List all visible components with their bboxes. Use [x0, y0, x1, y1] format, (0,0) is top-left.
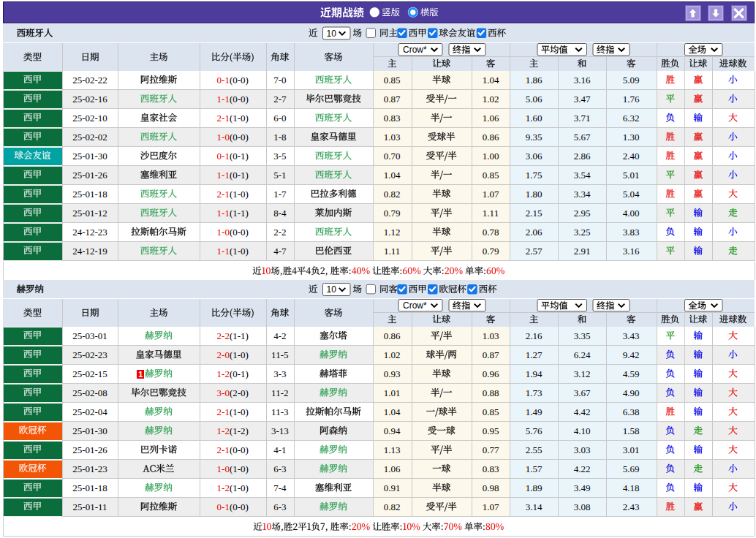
svg-text:(0-1): (0-1): [230, 170, 249, 181]
svg-text:2.86: 2.86: [574, 151, 591, 162]
svg-text:2.43: 2.43: [623, 501, 640, 512]
svg-text:25-02-16: 25-02-16: [72, 94, 107, 105]
svg-text:2.40: 2.40: [623, 151, 640, 162]
svg-text:1.00: 1.00: [483, 151, 499, 162]
svg-text:2.15: 2.15: [526, 208, 543, 219]
svg-text:4-1: 4-1: [273, 444, 286, 455]
svg-text:1.03: 1.03: [483, 330, 499, 341]
svg-text:0.85: 0.85: [483, 406, 499, 417]
svg-text:3.67: 3.67: [574, 387, 591, 398]
svg-text:1-2: 1-2: [217, 482, 230, 493]
svg-text:11-3: 11-3: [271, 406, 288, 417]
svg-text:6.24: 6.24: [574, 349, 591, 360]
svg-text:4.18: 4.18: [623, 482, 640, 493]
svg-text:3.14: 3.14: [526, 501, 543, 512]
svg-text:25-01-30: 25-01-30: [72, 151, 107, 162]
svg-text:(1-0): (1-0): [230, 463, 249, 474]
svg-text:0.93: 0.93: [384, 368, 401, 379]
svg-text:1.57: 1.57: [526, 463, 543, 474]
svg-text:(1-0): (1-0): [230, 406, 249, 417]
svg-text:0.79: 0.79: [384, 208, 401, 219]
svg-text:(0-0): (0-0): [230, 501, 249, 512]
svg-text:0-1: 0-1: [217, 75, 230, 86]
svg-text:24-12-23: 24-12-23: [72, 227, 107, 238]
svg-text:1.80: 1.80: [526, 189, 543, 200]
svg-text:9.42: 9.42: [623, 349, 640, 360]
svg-text:1.07: 1.07: [483, 189, 499, 200]
svg-text:3.25: 3.25: [574, 227, 591, 238]
svg-text:6.38: 6.38: [623, 406, 640, 417]
svg-text:25-02-15: 25-02-15: [72, 368, 107, 379]
svg-text:1.11: 1.11: [483, 208, 499, 219]
svg-text:1.75: 1.75: [526, 170, 543, 181]
svg-text:11-2: 11-2: [271, 387, 288, 398]
svg-text:0-1: 0-1: [217, 151, 230, 162]
svg-text:4-7: 4-7: [273, 246, 287, 257]
svg-text:0.96: 0.96: [483, 368, 499, 379]
svg-text:1.02: 1.02: [384, 349, 401, 360]
svg-text:0.86: 0.86: [384, 330, 401, 341]
svg-text:1.04: 1.04: [483, 75, 499, 86]
svg-text:3.34: 3.34: [574, 189, 591, 200]
svg-text:1.02: 1.02: [483, 94, 499, 105]
svg-text:(1-0): (1-0): [230, 482, 249, 493]
svg-text:2-2: 2-2: [217, 330, 230, 341]
svg-text:2.16: 2.16: [526, 330, 543, 341]
svg-text:2.91: 2.91: [574, 246, 591, 257]
svg-text:2-1: 2-1: [217, 113, 230, 124]
svg-text:5.04: 5.04: [623, 189, 640, 200]
svg-text:(1-1): (1-1): [230, 208, 249, 219]
svg-text:25-01-12: 25-01-12: [72, 208, 107, 219]
svg-text:4.22: 4.22: [574, 463, 591, 474]
svg-text:9.35: 9.35: [526, 132, 543, 143]
svg-text:6-3: 6-3: [273, 501, 286, 512]
svg-text:1.94: 1.94: [526, 368, 543, 379]
svg-text:1.76: 1.76: [623, 94, 640, 105]
svg-text:5.06: 5.06: [526, 94, 543, 105]
svg-text:25-02-04: 25-02-04: [72, 406, 107, 417]
svg-text:0.78: 0.78: [483, 227, 499, 238]
svg-text:(1-2): (1-2): [230, 425, 249, 436]
svg-text:1-1: 1-1: [217, 246, 230, 257]
svg-text:2-0: 2-0: [217, 349, 230, 360]
svg-text:1: 1: [138, 370, 143, 379]
svg-text:3.16: 3.16: [623, 246, 640, 257]
svg-text:25-01-11: 25-01-11: [72, 501, 107, 512]
svg-text:1.27: 1.27: [526, 349, 543, 360]
svg-text:(1-0): (1-0): [230, 349, 249, 360]
svg-text:3.01: 3.01: [623, 444, 640, 455]
svg-text:25-01-30: 25-01-30: [72, 425, 107, 436]
svg-text:11-5: 11-5: [271, 349, 288, 360]
svg-text:1-1: 1-1: [217, 170, 230, 181]
svg-text:8-4: 8-4: [273, 208, 287, 219]
svg-text:Crow*: Crow*: [403, 45, 427, 55]
svg-text:(1-0): (1-0): [230, 246, 249, 257]
svg-text:(2-0): (2-0): [230, 387, 249, 398]
svg-text:0.87: 0.87: [384, 94, 401, 105]
svg-text:(1-0): (1-0): [230, 189, 249, 200]
svg-text:0-1: 0-1: [217, 501, 230, 512]
svg-text:1.30: 1.30: [623, 132, 640, 143]
svg-text:2-1: 2-1: [217, 189, 230, 200]
svg-text:0.88: 0.88: [483, 387, 499, 398]
svg-text:3-5: 3-5: [273, 151, 286, 162]
svg-text:1.13: 1.13: [384, 444, 401, 455]
svg-text:25-01-23: 25-01-23: [72, 463, 107, 474]
svg-text:2.55: 2.55: [526, 444, 543, 455]
svg-text:25-03-01: 25-03-01: [72, 330, 107, 341]
svg-text:1-0: 1-0: [217, 227, 230, 238]
svg-text:3.47: 3.47: [574, 94, 591, 105]
svg-text:(0-0): (0-0): [230, 227, 249, 238]
svg-text:0.85: 0.85: [384, 75, 401, 86]
svg-text:3.49: 3.49: [574, 482, 591, 493]
svg-text:(0-0): (0-0): [230, 75, 249, 86]
svg-text:2.06: 2.06: [526, 227, 543, 238]
svg-text:25-01-26: 25-01-26: [72, 170, 107, 181]
svg-text:24-12-19: 24-12-19: [72, 246, 107, 257]
svg-text:1.11: 1.11: [384, 246, 400, 257]
svg-text:0.85: 0.85: [483, 170, 499, 181]
svg-text:3.71: 3.71: [574, 113, 591, 124]
svg-text:1.86: 1.86: [526, 75, 543, 86]
svg-text:5.69: 5.69: [623, 463, 640, 474]
svg-text:6-3: 6-3: [273, 463, 286, 474]
